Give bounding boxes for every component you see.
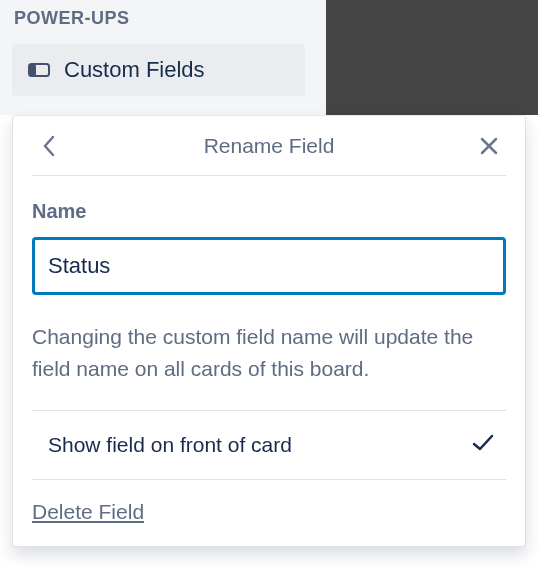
sidebar-item-custom-fields[interactable]: Custom Fields <box>12 44 305 96</box>
popover-title: Rename Field <box>204 134 335 158</box>
close-button[interactable] <box>466 116 512 175</box>
rename-field-popover: Rename Field Name Changing the custom fi… <box>12 115 526 547</box>
custom-fields-icon <box>26 63 52 77</box>
toggle-label: Show field on front of card <box>38 433 292 457</box>
back-button[interactable] <box>26 116 72 175</box>
svg-rect-1 <box>29 64 36 76</box>
popover-header: Rename Field <box>32 116 506 176</box>
board-background-strip <box>326 0 538 115</box>
section-header-powerups: POWER-UPS <box>14 8 130 29</box>
checkmark-icon <box>472 434 500 456</box>
name-input[interactable] <box>32 237 506 295</box>
name-field-label: Name <box>32 200 506 223</box>
close-icon <box>479 136 499 156</box>
chevron-left-icon <box>42 135 56 157</box>
sidebar-item-label: Custom Fields <box>64 57 205 83</box>
helper-text: Changing the custom field name will upda… <box>32 321 506 411</box>
delete-field-link[interactable]: Delete Field <box>32 480 144 546</box>
show-on-front-toggle[interactable]: Show field on front of card <box>32 411 506 480</box>
